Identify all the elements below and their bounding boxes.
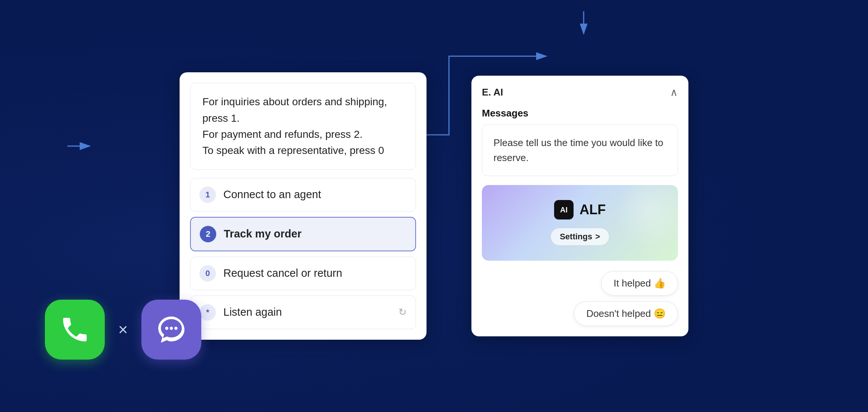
ivr-label-0: Request cancel or return xyxy=(223,267,407,279)
ivr-key-star: * xyxy=(199,304,216,321)
alf-name: ALF xyxy=(580,202,606,218)
svg-point-3 xyxy=(174,327,177,330)
times-icon: × xyxy=(118,320,128,339)
ivr-label-1: Connect to an agent xyxy=(223,188,407,201)
feedback-helped-button[interactable]: It helped 👍 xyxy=(601,271,678,296)
reload-icon: ↻ xyxy=(398,306,407,318)
alf-card: AI ALF Settings > xyxy=(482,185,678,261)
svg-point-1 xyxy=(165,327,168,330)
eai-messages-label: Messages xyxy=(482,107,678,119)
phone-icon-badge xyxy=(45,300,105,360)
ivr-label-star: Listen again xyxy=(223,306,391,318)
eai-message-text: Please tell us the time you would like t… xyxy=(493,137,663,163)
ivr-menu-item-0[interactable]: 0 Request cancel or return xyxy=(190,257,416,290)
feedback-row: It helped 👍 Doesn't helped 😑 xyxy=(482,271,678,326)
eai-message-bubble: Please tell us the time you would like t… xyxy=(482,124,678,176)
ivr-label-2: Track my order xyxy=(224,228,406,240)
ivr-message-box: For inquiries about orders and shipping,… xyxy=(190,83,416,170)
alf-settings-button[interactable]: Settings > xyxy=(550,228,609,246)
feedback-not-helped-button[interactable]: Doesn't helped 😑 xyxy=(574,302,678,326)
eai-header: E. AI ∧ xyxy=(482,86,678,99)
ivr-key-0: 0 xyxy=(199,265,216,282)
phone-svg xyxy=(59,314,91,345)
chat-svg xyxy=(156,314,187,345)
eai-card: E. AI ∧ Messages Please tell us the time… xyxy=(471,76,688,337)
chat-icon-badge xyxy=(141,300,201,360)
alf-ai-badge: AI xyxy=(554,200,574,219)
ivr-card: For inquiries about orders and shipping,… xyxy=(180,72,427,340)
ivr-key-1: 1 xyxy=(199,187,216,203)
eai-section: E. AI ∧ Messages Please tell us the time… xyxy=(471,76,688,337)
ivr-key-2: 2 xyxy=(200,226,216,242)
eai-title: E. AI xyxy=(482,87,503,98)
ivr-message-text: For inquiries about orders and shipping,… xyxy=(202,96,387,156)
alf-settings-label: Settings xyxy=(560,232,592,242)
svg-point-2 xyxy=(170,327,173,330)
alf-settings-arrow: > xyxy=(595,232,600,242)
ivr-menu-item-1[interactable]: 1 Connect to an agent xyxy=(190,178,416,212)
integration-icons: × xyxy=(45,300,201,360)
ivr-section: For inquiries about orders and shipping,… xyxy=(180,72,427,340)
alf-name-row: AI ALF xyxy=(554,200,606,219)
ivr-menu-item-star[interactable]: * Listen again ↻ xyxy=(190,296,416,329)
eai-collapse-button[interactable]: ∧ xyxy=(670,86,678,99)
ivr-menu-item-2[interactable]: 2 Track my order xyxy=(190,217,416,251)
